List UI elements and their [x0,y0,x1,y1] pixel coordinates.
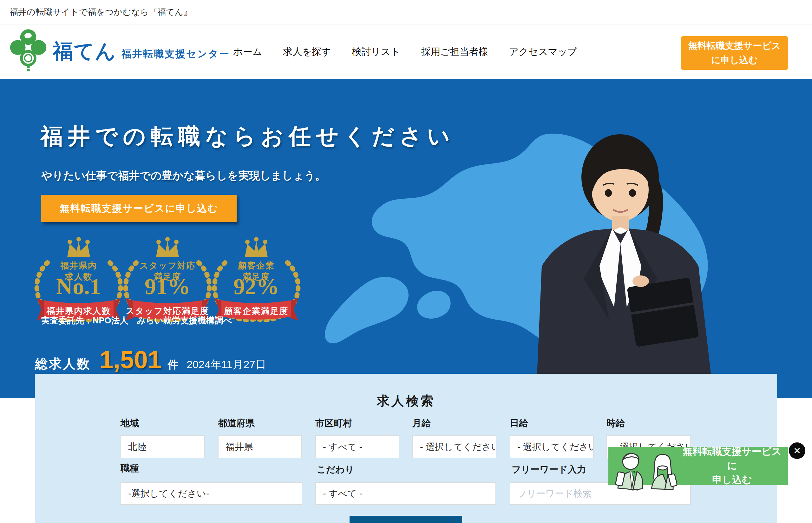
site-tagline: 福井の転職サイトで福をつかむなら『福てん』 [10,6,192,18]
people-with-phones-illustration [611,450,682,493]
floating-banner-label: 無料転職支援サービスに 申し込む [681,447,783,485]
site-header: 福てん 福井転職支援センター ホーム 求人を探す 検討リスト 採用ご担当者様 ア… [0,25,812,79]
label-region: 地域 [120,417,139,430]
nav-home[interactable]: ホーム [233,46,262,58]
clover-magnifier-logo-icon [9,28,48,74]
label-daily-pay: 日給 [510,417,528,430]
label-prefecture: 都道府県 [218,417,255,430]
total-jobs-date: 2024年11月27日 [187,357,266,372]
label-monthly-pay: 月給 [412,417,431,430]
award-badges: 福井県内求人数 No.1 福井県内求人数 スタッフ対応満足度 91% スタッフ対… [34,236,301,322]
label-job-type: 職種 [120,462,139,475]
search-title: 求人検索 [35,392,777,410]
nav-consideration-list[interactable]: 検討リスト [352,46,400,58]
badge-value: No.1 [34,274,123,300]
top-tagline-bar: 福井の転職サイトで福をつかむなら『福てん』 [0,0,812,24]
label-free-word: フリーワード入力 [512,463,586,476]
total-jobs: 総求人数 1,501 件 2024年11月27日 [35,345,266,374]
hero-section: 福井での転職ならお任せください やりたい仕事で福井での豊かな暮らしを実現しましょ… [0,79,812,398]
badge-client-satisfaction: 顧客企業満足度 92% 顧客企業満足度 [212,236,301,322]
select-job-type[interactable]: -選択してください- [120,482,302,505]
header-apply-button[interactable]: 無料転職支援サービスに申し込む [681,36,788,70]
badge-jobs-no1: 福井県内求人数 No.1 福井県内求人数 [34,236,123,322]
survey-note: 実査委託先：NPO法人 みらい就労支援機構調べ [41,315,232,326]
label-preferences: こだわり [317,463,354,476]
page: 福井の転職サイトで福をつかむなら『福てん』 福てん 福井転職支援センター [0,0,812,523]
hero-subheadline: やりたい仕事で福井での豊かな暮らしを実現しましょう。 [41,168,326,183]
select-daily-pay[interactable]: - 選択してください - [510,435,594,458]
select-region[interactable]: 北陸 [120,435,205,458]
select-prefecture[interactable]: 福井県 [218,435,302,458]
nav-recruiters[interactable]: 採用ご担当者様 [421,46,488,58]
hero-headline: 福井での転職ならお任せください [41,122,455,151]
badge-top-line1: スタッフ対応 [139,261,196,270]
consultant-photo [536,129,780,398]
badge-top-line1: 福井県内 [60,261,97,270]
total-jobs-count: 1,501 [100,345,162,374]
search-submit-button[interactable]: 検索 [350,516,462,523]
logo-name: 福てん [53,37,116,65]
badge-value: 91% [123,274,212,300]
label-hourly-pay: 時給 [606,417,625,430]
select-preferences[interactable]: - すべて - [315,482,496,505]
nav-access-map[interactable]: アクセスマップ [509,46,577,58]
nav-search-jobs[interactable]: 求人を探す [283,46,331,58]
select-city[interactable]: - すべて - [315,435,399,458]
logo-subtitle: 福井転職支援センター [121,47,230,60]
site-logo[interactable]: 福てん 福井転職支援センター [9,28,230,74]
header-apply-label: 無料転職支援サービスに申し込む [688,39,780,67]
select-monthly-pay[interactable]: - 選択してください - [412,435,496,458]
close-icon[interactable]: ✕ [789,443,805,459]
floating-apply-banner[interactable]: 無料転職支援サービスに 申し込む ✕ [608,447,788,485]
badge-staff-satisfaction: スタッフ対応満足度 91% スタッフ対応満足度 [123,236,212,322]
main-nav: ホーム 求人を探す 検討リスト 採用ご担当者様 アクセスマップ [233,25,577,79]
badge-value: 92% [212,274,301,300]
total-jobs-label: 総求人数 [35,355,91,373]
hero-apply-button[interactable]: 無料転職支援サービスに申し込む [41,195,237,222]
total-jobs-unit: 件 [168,358,178,372]
badge-top-line1: 顧客企業 [238,261,275,270]
label-city: 市区町村 [315,417,352,430]
